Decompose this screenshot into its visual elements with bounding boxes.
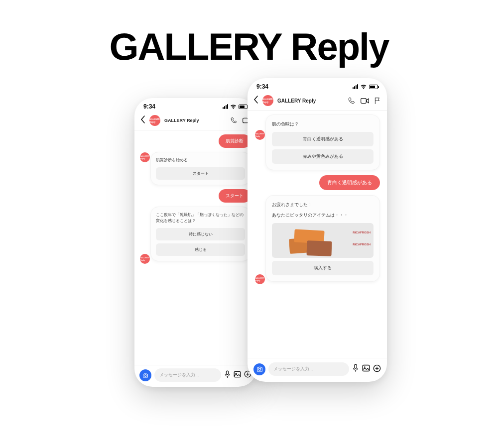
status-bar: 9:34: [134, 98, 256, 112]
bot-card: GALLERY Reply 肌の色味は？ 青白く透明感がある 赤みや黄色みがある: [265, 114, 380, 170]
svg-point-4: [236, 372, 237, 374]
phone-left: 9:34 GALLERY Reply GALLERY Reply 肌質診断 GA…: [134, 98, 256, 387]
option-button[interactable]: スタート: [156, 167, 245, 180]
signal-icon: [353, 84, 358, 89]
chat-header: GALLERY Reply GALLERY Reply: [248, 92, 387, 111]
back-icon[interactable]: [253, 96, 258, 106]
signal-icon: [223, 104, 228, 109]
phone-right: 9:34 GALLERY Reply GALLERY Reply GALLERY…: [248, 78, 387, 382]
bot-card: GALLERY Reply 肌質診断を始める スタート: [150, 152, 250, 185]
svg-point-1: [144, 374, 146, 376]
chat-title: GALLERY Reply: [277, 98, 344, 104]
chat-header: GALLERY Reply GALLERY Reply: [134, 112, 256, 130]
card-title-line2: あなたにピッタリのアイテムは・・・: [272, 212, 374, 219]
status-bar: 9:34: [248, 78, 387, 92]
option-button[interactable]: 感じる: [156, 243, 245, 256]
wifi-icon: [360, 84, 367, 89]
svg-rect-6: [361, 98, 367, 103]
phone-icon[interactable]: [348, 97, 356, 105]
battery-icon: [369, 85, 378, 89]
camera-icon[interactable]: [253, 363, 265, 375]
product-brand: RICAFROSH: [353, 243, 371, 246]
card-title: 肌質診断を始める: [156, 157, 245, 163]
svg-rect-9: [363, 365, 369, 371]
input-bar: メッセージを入力...: [134, 365, 256, 387]
back-icon[interactable]: [140, 115, 145, 126]
card-title-line1: お疲れさまでした！: [272, 202, 374, 209]
video-icon[interactable]: [361, 98, 369, 104]
option-button[interactable]: 青白く透明感がある: [272, 132, 374, 146]
sent-message: スタート: [219, 189, 250, 203]
svg-rect-2: [226, 371, 228, 374]
status-time: 9:34: [143, 103, 155, 110]
header-avatar: GALLERY Reply: [149, 115, 160, 126]
flag-icon[interactable]: [374, 97, 381, 105]
header-avatar: GALLERY Reply: [262, 95, 273, 106]
phone-mockups: 9:34 GALLERY Reply GALLERY Reply 肌質診断 GA…: [0, 78, 498, 437]
bot-avatar: GALLERY Reply: [140, 152, 150, 162]
bot-avatar: GALLERY Reply: [255, 130, 265, 140]
chat-title: GALLERY Reply: [164, 118, 227, 123]
chat-body: GALLERY Reply 肌の色味は？ 青白く透明感がある 赤みや黄色みがある…: [248, 111, 387, 358]
chat-body: 肌質診断 GALLERY Reply 肌質診断を始める スタート スタート GA…: [134, 130, 256, 365]
wifi-icon: [230, 104, 237, 109]
mic-icon[interactable]: [352, 364, 359, 374]
svg-point-10: [364, 366, 366, 368]
photo-icon[interactable]: [234, 371, 241, 380]
purchase-button[interactable]: 購入する: [272, 261, 374, 275]
camera-icon[interactable]: [139, 369, 151, 381]
battery-icon: [239, 105, 248, 109]
bot-avatar: GALLERY Reply: [255, 274, 265, 284]
bot-avatar: GALLERY Reply: [140, 254, 150, 264]
page-title: GALLERY Reply: [0, 25, 498, 68]
plus-icon[interactable]: [373, 364, 381, 374]
mic-icon[interactable]: [224, 370, 231, 380]
message-input[interactable]: メッセージを入力...: [154, 368, 221, 382]
message-input[interactable]: メッセージを入力...: [268, 362, 349, 376]
option-button[interactable]: 赤みや黄色みがある: [272, 149, 374, 164]
svg-rect-8: [355, 364, 357, 368]
status-time: 9:34: [256, 83, 268, 90]
input-bar: メッセージを入力...: [248, 358, 387, 382]
product-brand: RICAFROSH: [353, 231, 371, 234]
product-image: RICAFROSH RICAFROSH: [272, 223, 374, 258]
svg-point-7: [258, 368, 260, 370]
photo-icon[interactable]: [362, 364, 370, 374]
card-title: ここ数年で「乾燥肌」「脂っぽくなった」などの変化を感じることは？: [156, 212, 245, 224]
bot-card: GALLERY Reply お疲れさまでした！ あなたにピッタリのアイテムは・・…: [265, 195, 380, 282]
sent-message: 青白く透明感がある: [319, 175, 380, 190]
svg-rect-3: [234, 371, 241, 377]
phone-icon[interactable]: [231, 117, 238, 124]
bot-card: GALLERY Reply ここ数年で「乾燥肌」「脂っぽくなった」などの変化を感…: [150, 207, 250, 261]
sent-message: 肌質診断: [219, 134, 250, 148]
option-button[interactable]: 特に感じない: [156, 228, 245, 240]
card-title: 肌の色味は？: [272, 121, 374, 128]
